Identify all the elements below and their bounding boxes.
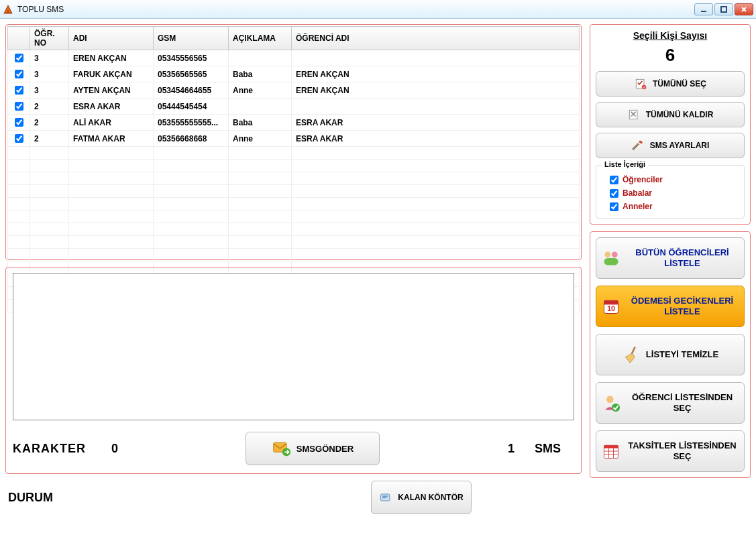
row-checkbox[interactable]: [15, 54, 23, 62]
minimize-button[interactable]: [694, 3, 713, 15]
row-checkbox[interactable]: [15, 102, 23, 111]
list-late-payments-button[interactable]: 10 ÖDEMESİ GECİKENLERİ LİSTELE: [596, 286, 745, 327]
message-panel: KARAKTER 0 SMSGÖNDER 1 SMS: [5, 267, 582, 474]
row-checkbox[interactable]: [15, 86, 23, 95]
remaining-credit-button[interactable]: KALAN KÖNTÖR: [371, 481, 472, 514]
col-header[interactable]: AÇIKLAMA: [229, 27, 292, 50]
table-row[interactable]: 3AYTEN AKÇAN053454664655AnneEREN AKÇAN: [8, 82, 580, 99]
mothers-checkbox-row[interactable]: Anneler: [610, 202, 737, 211]
row-checkbox[interactable]: [15, 118, 23, 127]
remaining-credit-label: KALAN KÖNTÖR: [398, 493, 463, 502]
svg-rect-2: [701, 11, 706, 12]
select-all-label: TÜMÜNÜ SEÇ: [653, 79, 706, 88]
grid-panel: ÖĞR. NOADIGSMAÇIKLAMAÖĞRENCİ ADI 3EREN A…: [5, 24, 582, 260]
col-header[interactable]: ÖĞRENCİ ADI: [292, 27, 580, 50]
right-bottom-panel: BÜTÜN ÖĞRENCİLERİ LİSTELE 10 ÖDEMESİ GEC…: [590, 231, 751, 478]
envelope-send-icon: [272, 439, 291, 458]
svg-rect-19: [604, 258, 618, 265]
clear-list-label: LİSTEYİ TEMİZLE: [646, 349, 718, 360]
table-row[interactable]: 2ESRA AKAR05444545454: [8, 99, 580, 115]
svg-rect-3: [721, 7, 726, 12]
titlebar: TOPLU SMS: [0, 0, 756, 19]
col-header[interactable]: ÖĞR. NO: [30, 27, 69, 50]
right-top-panel: Seçili Kişi Sayısı 6 TÜMÜNÜ SEÇ TÜMÜNÜ K…: [590, 24, 751, 225]
deselect-all-button[interactable]: TÜMÜNÜ KALDIR: [596, 102, 745, 127]
select-all-button[interactable]: TÜMÜNÜ SEÇ: [596, 71, 745, 97]
broom-icon: [622, 345, 641, 364]
selected-count-title: Seçili Kişi Sayısı: [596, 30, 745, 41]
sms-label: SMS: [535, 442, 561, 456]
svg-rect-1: [7, 11, 9, 13]
window-title: TOPLU SMS: [17, 5, 694, 14]
app-icon: [3, 4, 13, 15]
list-late-payments-label: ÖDEMESİ GECİKENLERİ LİSTELE: [626, 296, 739, 316]
svg-rect-9: [382, 496, 388, 497]
svg-point-17: [604, 251, 610, 257]
char-count: 0: [111, 442, 118, 456]
svg-point-18: [612, 251, 618, 257]
mothers-checkbox[interactable]: [610, 202, 618, 211]
students-checkbox[interactable]: [610, 176, 618, 184]
tools-icon: [631, 139, 645, 152]
send-sms-button[interactable]: SMSGÖNDER: [246, 432, 380, 465]
message-textarea[interactable]: [13, 273, 574, 420]
svg-text:10: 10: [607, 304, 615, 312]
select-from-students-label: ÖĞRENCİ LİSTESİNDEN SEÇ: [626, 392, 739, 413]
fathers-checkbox-row[interactable]: Babalar: [610, 188, 737, 198]
sms-count: 1: [508, 442, 515, 456]
svg-point-12: [642, 85, 647, 90]
row-checkbox[interactable]: [15, 134, 23, 143]
select-from-installments-label: TAKSİTLER LİSTESİNDEN SEÇ: [626, 440, 739, 461]
student-ok-icon: [602, 394, 620, 412]
row-checkbox[interactable]: [15, 70, 23, 78]
select-from-installments-button[interactable]: TAKSİTLER LİSTESİNDEN SEÇ: [596, 430, 745, 472]
list-content-group: Liste İçeriği Öğrenciler Babalar Anneler: [596, 165, 745, 219]
select-all-icon: [634, 77, 647, 90]
close-button[interactable]: [735, 3, 753, 15]
calendar-late-icon: 10: [602, 297, 620, 316]
fathers-checkbox[interactable]: [610, 189, 618, 198]
char-label: KARAKTER: [13, 442, 86, 456]
status-label: DURUM: [8, 491, 53, 505]
col-header[interactable]: GSM: [154, 27, 229, 50]
list-all-students-button[interactable]: BÜTÜN ÖĞRENCİLERİ LİSTELE: [596, 237, 745, 279]
col-header[interactable]: ADI: [69, 27, 154, 50]
list-content-legend: Liste İçeriği: [602, 160, 648, 168]
svg-rect-16: [639, 140, 643, 143]
sms-settings-button[interactable]: SMS AYARLARI: [596, 133, 745, 158]
calendar-grid-icon: [602, 442, 620, 461]
maximize-button[interactable]: [714, 3, 733, 15]
svg-point-24: [606, 396, 614, 404]
table-row[interactable]: 3EREN AKÇAN05345556565: [8, 50, 580, 66]
deselect-all-label: TÜMÜNÜ KALDIR: [646, 110, 714, 119]
list-all-students-label: BÜTÜN ÖĞRENCİLERİ LİSTELE: [626, 247, 739, 268]
selected-count-value: 6: [596, 45, 745, 66]
svg-rect-23: [631, 347, 636, 355]
table-row[interactable]: 2ALİ AKAR053555555555...BabaESRA AKAR: [8, 115, 580, 131]
credit-icon: [379, 491, 392, 504]
people-icon: [602, 249, 620, 267]
send-sms-label: SMSGÖNDER: [296, 444, 354, 454]
svg-rect-27: [604, 445, 618, 448]
table-row[interactable]: 2FATMA AKAR05356668668AnneESRA AKAR: [8, 131, 580, 147]
clear-list-button[interactable]: LİSTEYİ TEMİZLE: [596, 334, 745, 375]
svg-rect-10: [382, 497, 386, 498]
select-from-students-button[interactable]: ÖĞRENCİ LİSTESİNDEN SEÇ: [596, 382, 745, 424]
students-checkbox-row[interactable]: Öğrenciler: [610, 175, 737, 184]
sms-settings-label: SMS AYARLARI: [650, 141, 710, 150]
deselect-all-icon: [627, 108, 641, 121]
table-row[interactable]: 3FARUK AKÇAN05356565565BabaEREN AKÇAN: [8, 66, 580, 82]
